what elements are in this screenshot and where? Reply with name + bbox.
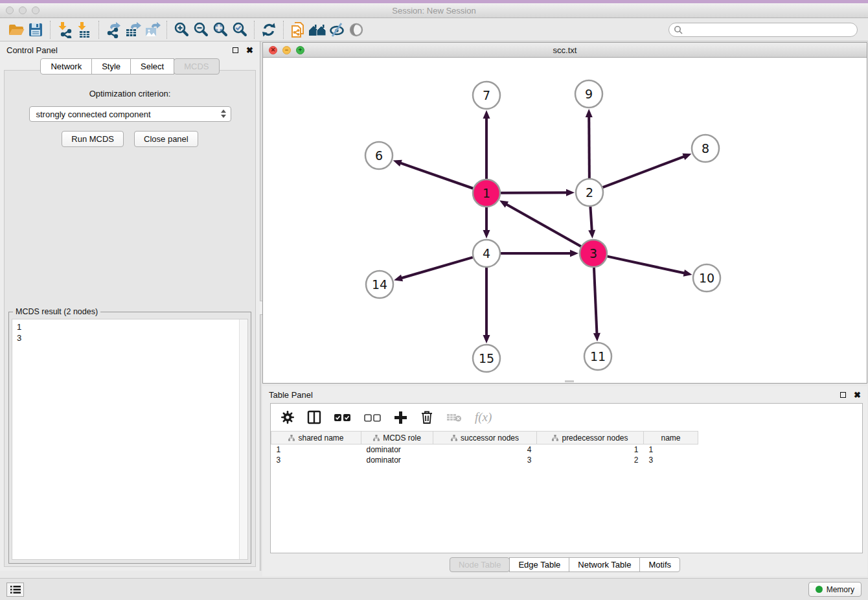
add-column-icon[interactable] (394, 411, 407, 424)
close-panel-button[interactable]: Close panel (134, 131, 198, 147)
graph-edge-3-11[interactable] (594, 268, 597, 334)
column-header-name[interactable]: name (644, 432, 698, 444)
task-history-button[interactable] (6, 583, 24, 597)
show-columns-icon[interactable] (307, 410, 321, 424)
search-input[interactable] (668, 23, 858, 37)
zoom-fit-icon[interactable] (211, 21, 230, 39)
select-stepper-icon (221, 110, 226, 118)
table-panel-title: Table Panel (269, 390, 313, 400)
first-neighbors-icon[interactable] (308, 21, 327, 39)
tab-style[interactable]: Style (91, 58, 131, 75)
import-table-icon[interactable] (74, 21, 94, 39)
tab-network-table[interactable]: Network Table (569, 557, 640, 572)
network-canvas[interactable]: 7968124314101511 (263, 58, 867, 383)
graph-edge-arrowhead (570, 250, 578, 257)
float-table-panel-icon[interactable] (840, 392, 846, 398)
control-panel: Control Panel ✖ NetworkStyleSelectMCDS O… (0, 41, 260, 571)
status-bar: Memory (0, 578, 868, 600)
table-cell[interactable]: 3 (644, 455, 698, 465)
table-cell[interactable]: dominator (361, 444, 433, 455)
memory-button[interactable]: Memory (808, 582, 862, 597)
graphics-details-icon[interactable] (347, 21, 366, 39)
table-row[interactable]: 3dominator323 (271, 455, 698, 465)
import-network-icon[interactable] (55, 21, 74, 39)
table-cell[interactable]: 1 (644, 444, 698, 455)
column-header-shared-name[interactable]: shared name (271, 432, 361, 444)
graph-edge-4-14[interactable] (401, 257, 473, 278)
close-table-panel-icon[interactable]: ✖ (854, 391, 861, 399)
float-panel-icon[interactable] (233, 47, 238, 53)
toolbar-separator (50, 21, 51, 39)
graph-edge-1-2[interactable] (501, 192, 567, 193)
delete-column-icon[interactable] (420, 410, 433, 424)
export-table-icon[interactable] (123, 21, 143, 39)
table-cell[interactable]: dominator (361, 455, 433, 465)
tab-motifs[interactable]: Motifs (639, 557, 680, 572)
graph-edge-2-3[interactable] (590, 207, 591, 231)
refresh-icon[interactable] (259, 21, 279, 39)
graph-edge-1-6[interactable] (400, 163, 473, 189)
table-cell[interactable]: 4 (433, 444, 537, 455)
network-from-selection-icon[interactable] (288, 21, 308, 39)
graph-node-label: 6 (375, 148, 383, 163)
tab-mcds[interactable]: MCDS (174, 58, 219, 75)
column-label: successor nodes (461, 433, 519, 443)
export-network-icon[interactable] (104, 21, 123, 39)
graph-edge-arrowhead (588, 230, 595, 238)
zoom-in-icon[interactable] (172, 21, 191, 39)
column-label: predecessor nodes (562, 433, 628, 443)
table-cell[interactable]: 3 (271, 455, 361, 465)
column-header-MCDS-role[interactable]: MCDS role (361, 432, 433, 444)
table-cell[interactable]: 1 (271, 444, 361, 455)
mcds-result-line: 3 (17, 332, 243, 343)
graph-node-label: 8 (702, 141, 709, 156)
deselect-all-columns-icon[interactable] (364, 413, 381, 422)
node-table-container: f(x) shared nameMCDS rolesuccessor nodes… (270, 403, 863, 553)
graph-node-label: 4 (483, 246, 490, 260)
criterion-select[interactable]: strongly connected component (29, 106, 231, 122)
mcds-result-scrollbar[interactable] (239, 319, 247, 559)
hierarchy-icon (451, 435, 457, 441)
function-builder-icon[interactable]: f(x) (475, 410, 492, 424)
tab-select[interactable]: Select (130, 58, 174, 75)
graph-edge-3-10[interactable] (607, 257, 685, 273)
search-box (668, 23, 858, 37)
column-label: MCDS role (383, 433, 421, 443)
save-session-icon[interactable] (26, 21, 45, 39)
toolbar-separator (283, 21, 284, 39)
graph-edge-arrowhead (593, 333, 600, 341)
zoom-out-icon[interactable] (191, 21, 211, 39)
toolbar-separator (254, 21, 255, 39)
zoom-selected-icon[interactable] (230, 21, 249, 39)
graph-edge-arrowhead (483, 110, 490, 119)
table-cell[interactable]: 2 (537, 455, 644, 465)
settings-icon[interactable] (281, 411, 294, 424)
table-tabbar: Node TableEdge TableNetwork TableMotifs (262, 557, 867, 572)
birds-eye-handle[interactable] (565, 380, 574, 382)
mcds-panel: Optimization criterion: strongly connect… (4, 70, 256, 567)
tab-node-table[interactable]: Node Table (450, 557, 510, 572)
run-mcds-button[interactable]: Run MCDS (62, 131, 124, 147)
graph-edge-3-1[interactable] (506, 204, 581, 247)
column-header-predecessor-nodes[interactable]: predecessor nodes (537, 432, 644, 444)
graph-node-label: 15 (479, 351, 494, 365)
delete-table-icon[interactable] (446, 411, 462, 423)
mcds-result-group: MCDS result (2 nodes) 13 (8, 312, 251, 564)
search-icon (674, 25, 683, 35)
column-header-successor-nodes[interactable]: successor nodes (433, 432, 537, 444)
table-row[interactable]: 1dominator411 (271, 444, 698, 455)
graph-edge-2-8[interactable] (603, 156, 685, 187)
mcds-result-textarea[interactable]: 13 (12, 319, 248, 560)
tab-network[interactable]: Network (40, 58, 92, 75)
export-image-icon[interactable] (143, 21, 162, 39)
graph-node-label: 2 (586, 185, 593, 200)
network-window-titlebar[interactable]: ✕ − + scc.txt (263, 43, 867, 58)
open-session-icon[interactable] (6, 21, 26, 39)
hide-selected-icon[interactable] (327, 21, 347, 39)
tab-edge-table[interactable]: Edge Table (509, 557, 569, 572)
table-cell[interactable]: 1 (537, 444, 644, 455)
graph-edge-2-9[interactable] (589, 116, 589, 178)
close-panel-icon[interactable]: ✖ (246, 46, 253, 54)
table-cell[interactable]: 3 (433, 455, 537, 465)
select-all-columns-icon[interactable] (334, 413, 351, 422)
